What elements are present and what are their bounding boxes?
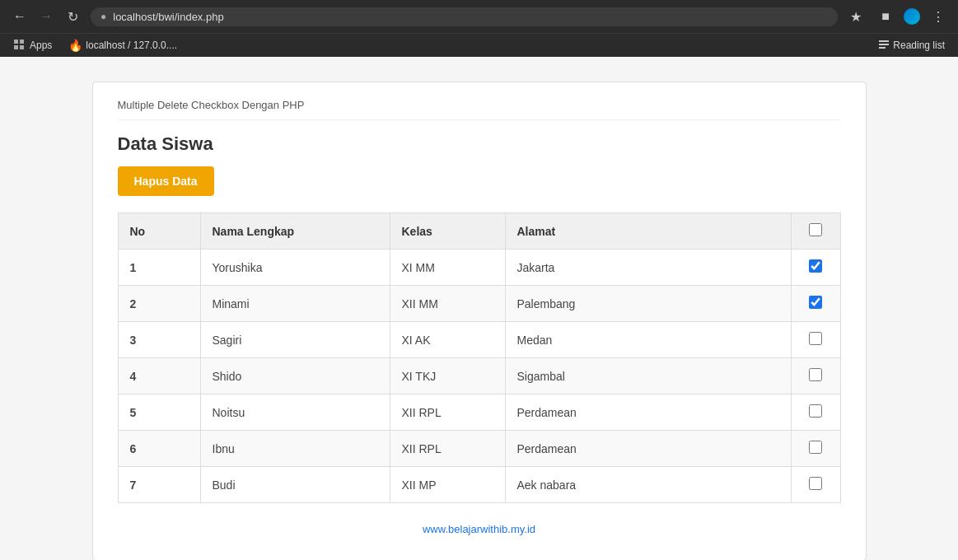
cell-kelas: XII RPL	[390, 431, 505, 467]
cell-kelas: XII RPL	[390, 394, 505, 431]
cell-alamat: Medan	[505, 322, 791, 358]
table-row: 5NoitsuXII RPLPerdamean	[118, 394, 840, 431]
cell-kelas: XII MP	[390, 467, 505, 503]
bookmarks-bar: Apps 🔥 localhost / 127.0.0.... Reading l…	[0, 33, 958, 57]
cell-no: 1	[118, 250, 200, 286]
reading-list-label: Reading list	[893, 40, 945, 51]
address-bar[interactable]	[113, 11, 828, 23]
hapus-data-button[interactable]: Hapus Data	[118, 166, 214, 196]
cell-checkbox[interactable]	[791, 431, 840, 467]
bookmark-apps[interactable]: Apps	[8, 37, 57, 54]
svg-rect-1	[20, 40, 24, 44]
cell-no: 3	[118, 322, 200, 358]
bookmark-localhost-label: localhost / 127.0.0....	[86, 40, 177, 51]
table-row: 6IbnuXII RPLPerdamean	[118, 431, 840, 467]
flame-icon: 🔥	[68, 39, 82, 52]
cell-no: 2	[118, 286, 200, 322]
table-header-row: No Nama Lengkap Kelas Alamat	[118, 213, 840, 250]
row-checkbox-7[interactable]	[809, 477, 822, 490]
cell-nama: Noitsu	[200, 394, 390, 431]
cell-alamat: Aek nabara	[505, 467, 791, 503]
cell-no: 4	[118, 358, 200, 394]
row-checkbox-2[interactable]	[809, 296, 822, 309]
cell-nama: Yorushika	[200, 250, 390, 286]
table-row: 1YorushikaXI MMJakarta	[118, 250, 840, 286]
cell-checkbox[interactable]	[791, 394, 840, 431]
cell-alamat: Palembang	[505, 286, 791, 322]
menu-button[interactable]: ⋮	[927, 5, 950, 28]
cell-nama: Sagiri	[200, 322, 390, 358]
browser-toolbar: ← → ↻ ● ★ ■ ⋮	[0, 0, 958, 33]
favorites-star-button[interactable]: ★	[844, 5, 867, 28]
browser-chrome: ← → ↻ ● ★ ■ ⋮ Apps 🔥 localhost	[0, 0, 958, 57]
bookmark-localhost[interactable]: 🔥 localhost / 127.0.0....	[63, 37, 182, 54]
page-content: Multiple Delete Checkbox Dengan PHP Data…	[0, 57, 958, 560]
cell-checkbox[interactable]	[791, 286, 840, 322]
refresh-button[interactable]: ↻	[61, 5, 84, 28]
row-checkbox-4[interactable]	[809, 368, 822, 381]
cell-kelas: XI AK	[390, 322, 505, 358]
cell-nama: Minami	[200, 286, 390, 322]
cell-alamat: Sigambal	[505, 358, 791, 394]
cell-no: 7	[118, 467, 200, 503]
col-header-nama: Nama Lengkap	[200, 213, 390, 250]
nav-buttons: ← → ↻	[8, 5, 84, 28]
extensions-button[interactable]: ■	[874, 5, 897, 28]
select-all-checkbox[interactable]	[809, 223, 822, 236]
cell-checkbox[interactable]	[791, 322, 840, 358]
cell-nama: Shido	[200, 358, 390, 394]
col-header-alamat: Alamat	[505, 213, 791, 250]
col-header-checkbox[interactable]	[791, 213, 840, 250]
cell-kelas: XI TKJ	[390, 358, 505, 394]
svg-rect-2	[14, 45, 18, 49]
row-checkbox-6[interactable]	[809, 441, 822, 454]
row-checkbox-5[interactable]	[809, 404, 822, 418]
data-table: No Nama Lengkap Kelas Alamat 1YorushikaX…	[118, 212, 841, 503]
col-header-no: No	[118, 213, 200, 250]
col-header-kelas: Kelas	[390, 213, 505, 250]
cell-no: 5	[118, 394, 200, 431]
footer-link-anchor[interactable]: www.belajarwithib.my.id	[423, 523, 535, 535]
table-row: 7BudiXII MPAek nabara	[118, 467, 840, 503]
back-button[interactable]: ←	[8, 5, 31, 28]
forward-button[interactable]: →	[35, 5, 58, 28]
cell-checkbox[interactable]	[791, 358, 840, 394]
cell-kelas: XI MM	[390, 250, 505, 286]
cell-alamat: Perdamean	[505, 394, 791, 431]
cell-nama: Ibnu	[200, 431, 390, 467]
cell-nama: Budi	[200, 467, 390, 503]
table-row: 2MinamiXII MMPalembang	[118, 286, 840, 322]
table-row: 3SagiriXI AKMedan	[118, 322, 840, 358]
section-heading: Data Siswa	[118, 133, 841, 155]
svg-rect-0	[14, 40, 18, 44]
table-row: 4ShidoXI TKJSigambal	[118, 358, 840, 394]
row-checkbox-1[interactable]	[809, 259, 822, 273]
edge-browser-icon	[904, 8, 920, 25]
reading-list-button[interactable]: Reading list	[873, 38, 950, 53]
row-checkbox-3[interactable]	[809, 332, 822, 345]
cell-alamat: Perdamean	[505, 431, 791, 467]
cell-no: 6	[118, 431, 200, 467]
cell-alamat: Jakarta	[505, 250, 791, 286]
svg-rect-5	[879, 44, 889, 45]
bookmark-apps-label: Apps	[30, 40, 52, 51]
cell-checkbox[interactable]	[791, 250, 840, 286]
apps-grid-icon	[13, 39, 26, 52]
table-body: 1YorushikaXI MMJakarta2MinamiXII MMPalem…	[118, 250, 840, 503]
cell-kelas: XII MM	[390, 286, 505, 322]
svg-rect-3	[20, 45, 24, 49]
svg-rect-4	[879, 40, 889, 42]
address-bar-container: ●	[91, 7, 838, 26]
cell-checkbox[interactable]	[791, 467, 840, 503]
toolbar-right: ★ ■ ⋮	[844, 5, 950, 28]
main-card: Multiple Delete Checkbox Dengan PHP Data…	[92, 82, 867, 560]
card-title: Multiple Delete Checkbox Dengan PHP	[118, 99, 841, 120]
lock-icon: ●	[100, 11, 106, 22]
svg-rect-6	[879, 47, 886, 49]
footer-link: www.belajarwithib.my.id	[118, 523, 841, 535]
